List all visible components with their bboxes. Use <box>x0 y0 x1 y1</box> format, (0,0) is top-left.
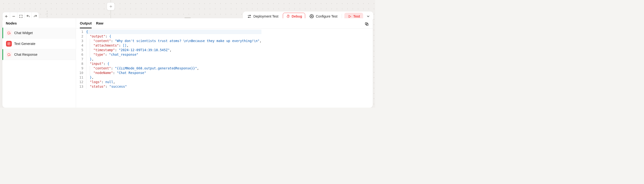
code-line: "input": { <box>86 61 262 66</box>
line-number: 2 <box>79 34 83 39</box>
output-panel: Nodes Chat WidgetText GenerateChat Respo… <box>2 18 373 108</box>
line-number: 4 <box>79 43 83 48</box>
line-number: 8 <box>79 61 83 66</box>
add-node-button[interactable] <box>107 2 115 10</box>
code-line: "content": "Why don't scientists trust a… <box>86 39 262 43</box>
deployment-test-label: Deployment Test <box>254 14 278 18</box>
node-item-label: Text Generate <box>14 42 35 46</box>
line-number: 5 <box>79 48 83 52</box>
code-line: "nodeName": "Chat Response" <box>86 71 262 75</box>
code-line: "output": { <box>86 34 262 39</box>
line-number: 3 <box>79 39 83 43</box>
configure-test-label: Configure Test <box>316 14 338 18</box>
code-source: {"output": {"content": "Why don't scient… <box>85 28 262 108</box>
svg-point-3 <box>311 16 312 17</box>
chat-bubbles-icon <box>6 30 12 36</box>
text-generate-icon <box>6 41 12 47</box>
copy-icon <box>364 22 369 26</box>
debug-label: Debug <box>292 14 302 18</box>
code-line: "status": "success" <box>86 84 262 89</box>
code-line: }, <box>86 75 262 80</box>
line-number: 13 <box>79 84 83 89</box>
code-line: "timestamp": "2024-12-09T14:39:18.545Z", <box>86 48 262 52</box>
test-label: Test <box>353 14 360 18</box>
code-line: }, <box>86 57 262 61</box>
svg-point-1 <box>248 17 249 17</box>
nodes-title: Nodes <box>2 18 76 28</box>
nodes-sidebar: Nodes Chat WidgetText GenerateChat Respo… <box>2 18 76 108</box>
copy-button[interactable] <box>364 21 370 27</box>
plus-icon <box>109 4 113 8</box>
line-number: 9 <box>79 66 83 71</box>
line-number: 10 <box>79 71 83 75</box>
line-number: 12 <box>79 80 83 84</box>
tab-output[interactable]: Output <box>80 20 92 28</box>
node-item[interactable]: Chat Widget <box>2 28 76 38</box>
svg-marker-4 <box>349 15 351 17</box>
node-item[interactable]: Text Generate <box>2 38 76 49</box>
code-line: "content": "{{LLMNode_668.output.generat… <box>86 66 262 71</box>
code-line: { <box>86 29 262 34</box>
code-line: "attachments": [], <box>86 43 262 48</box>
node-item[interactable]: Chat Response <box>2 49 76 60</box>
nodes-list: Chat WidgetText GenerateChat Response <box>2 28 76 60</box>
main-area: Output Raw 12345678910111213 {"output": … <box>76 18 373 108</box>
minus-icon <box>12 14 16 18</box>
line-number: 6 <box>79 52 83 57</box>
plus-icon <box>4 14 8 18</box>
line-number: 1 <box>79 29 83 34</box>
code-viewer[interactable]: 12345678910111213 {"output": {"content":… <box>76 28 373 108</box>
line-number: 7 <box>79 57 83 61</box>
line-gutter: 12345678910111213 <box>76 28 85 108</box>
gear-icon <box>310 14 314 18</box>
line-number: 11 <box>79 75 83 80</box>
redo-icon <box>34 14 37 18</box>
undo-icon <box>26 14 30 18</box>
test-menu-toggle[interactable] <box>366 14 371 18</box>
node-item-label: Chat Widget <box>14 31 33 35</box>
fullscreen-icon <box>19 14 23 18</box>
tabs-bar: Output Raw <box>76 18 373 28</box>
code-line: "type": "chat_response" <box>86 52 262 57</box>
node-item-label: Chat Response <box>14 53 38 56</box>
chevron-down-icon <box>366 14 370 18</box>
svg-point-0 <box>250 15 250 16</box>
play-icon <box>348 14 352 18</box>
chat-bubbles-icon <box>6 52 12 57</box>
stopwatch-icon <box>286 14 290 18</box>
sliders-icon <box>247 14 252 18</box>
code-line: "logs": null, <box>86 80 262 84</box>
tab-raw[interactable]: Raw <box>96 20 104 28</box>
